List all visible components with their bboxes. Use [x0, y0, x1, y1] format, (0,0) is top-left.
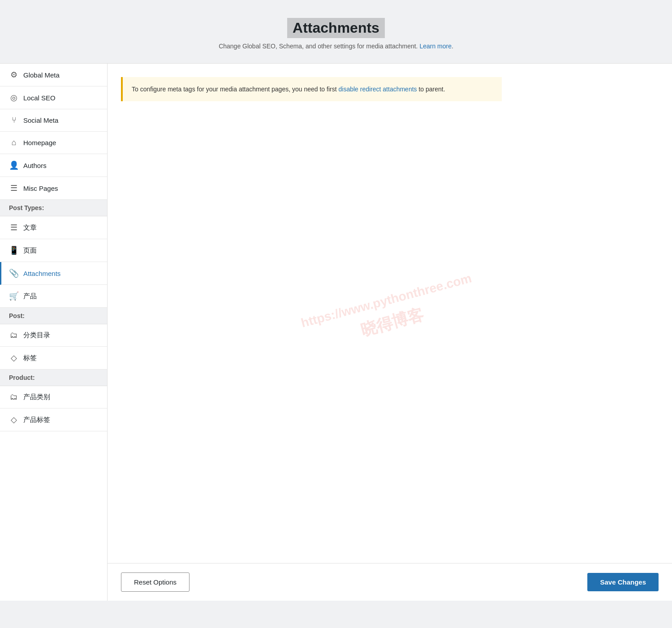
sidebar-item-category[interactable]: 🗂 分类目录: [0, 324, 107, 347]
sidebar-item-pages[interactable]: 📱 页面: [0, 239, 107, 262]
learn-more-link[interactable]: Learn more: [419, 43, 452, 50]
sidebar-item-products[interactable]: 🛒 产品: [0, 285, 107, 308]
sidebar-item-tag[interactable]: ◇ 标签: [0, 347, 107, 370]
save-changes-button[interactable]: Save Changes: [587, 573, 659, 591]
tag-product-icon: ◇: [9, 415, 19, 425]
main-container: ⚙ Global Meta ◎ Local SEO ⑂ Social Meta …: [0, 63, 672, 601]
notice-box: To configure meta tags for your media at…: [121, 77, 502, 101]
people-icon: 👤: [9, 160, 19, 170]
sidebar-item-homepage[interactable]: ⌂ Homepage: [0, 132, 107, 154]
location-icon: ◎: [9, 93, 19, 103]
page-header: Attachments Change Global SEO, Schema, a…: [0, 0, 672, 63]
article-icon: ☰: [9, 223, 19, 232]
folder-product-icon: 🗂: [9, 392, 19, 402]
sidebar-item-social-meta[interactable]: ⑂ Social Meta: [0, 109, 107, 132]
phone-icon: 📱: [9, 245, 19, 255]
section-header-product-tax: Product:: [0, 370, 107, 386]
folder-icon: 🗂: [9, 331, 19, 340]
sidebar-item-global-meta[interactable]: ⚙ Global Meta: [0, 64, 107, 86]
section-header-post: Post:: [0, 308, 107, 324]
sidebar-item-local-seo[interactable]: ◎ Local SEO: [0, 86, 107, 109]
home-icon: ⌂: [9, 138, 19, 147]
content-area: To configure meta tags for your media at…: [108, 64, 672, 563]
section-header-post-types: Post Types:: [0, 200, 107, 216]
sidebar: ⚙ Global Meta ◎ Local SEO ⑂ Social Meta …: [0, 64, 108, 601]
list-icon: ☰: [9, 183, 19, 193]
sidebar-item-articles[interactable]: ☰ 文章: [0, 216, 107, 239]
sidebar-item-misc-pages[interactable]: ☰ Misc Pages: [0, 177, 107, 200]
sidebar-item-attachments[interactable]: 📎 Attachments: [0, 262, 107, 285]
sidebar-item-product-category[interactable]: 🗂 产品类别: [0, 386, 107, 409]
footer-bar: Reset Options Save Changes: [108, 563, 672, 601]
gear-icon: ⚙: [9, 70, 19, 80]
content-footer-wrap: To configure meta tags for your media at…: [108, 64, 672, 601]
page-title: Attachments: [287, 18, 385, 38]
sidebar-item-product-tag[interactable]: ◇ 产品标签: [0, 409, 107, 431]
sidebar-item-authors[interactable]: 👤 Authors: [0, 154, 107, 177]
paperclip-icon: 📎: [9, 268, 19, 278]
tag-icon: ◇: [9, 353, 19, 363]
page-description: Change Global SEO, Schema, and other set…: [9, 43, 663, 50]
cart-icon: 🛒: [9, 291, 19, 301]
reset-options-button[interactable]: Reset Options: [121, 572, 190, 592]
watermark: https://www.pythonthree.com 晓得博客: [300, 271, 480, 356]
disable-redirect-link[interactable]: disable redirect attachments: [338, 86, 417, 93]
share-icon: ⑂: [9, 116, 19, 125]
